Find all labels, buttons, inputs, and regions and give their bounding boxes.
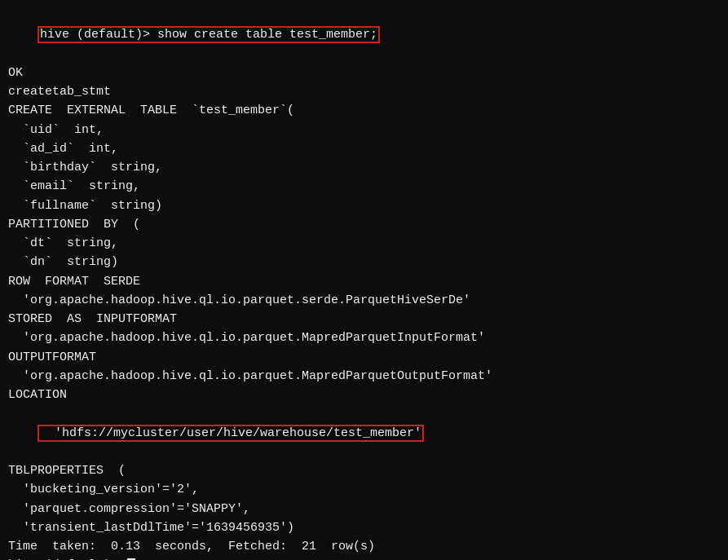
location-label-line: LOCATION [8,386,720,404]
transient-line: 'transient_lastDdlTime'='1639456935') [8,518,720,537]
outputformat-line: 'org.apache.hadoop.hive.ql.io.parquet.Ma… [8,367,720,386]
serde-line: 'org.apache.hadoop.hive.ql.io.parquet.se… [8,291,720,310]
location-highlight: 'hdfs://mycluster/user/hive/warehouse/te… [38,425,424,442]
parquet-compression-line: 'parquet.compression'='SNAPPY', [8,500,720,518]
final-prompt-text: hive (default)> [8,556,126,560]
adid-line: `ad_id` int, [8,139,720,158]
rowformat-line: ROW FORMAT SERDE [8,272,720,291]
location-value-line: 'hdfs://mycluster/user/hive/warehouse/te… [8,404,720,461]
outputformat-label-line: OUTPUTFORMAT [8,348,720,367]
terminal-window: hive (default)> show create table test_m… [0,0,728,560]
dt-line: `dt` string, [8,234,720,253]
command-line: hive (default)> show create table test_m… [8,7,720,64]
birthday-line: `birthday` string, [8,158,720,177]
create-external-line: CREATE EXTERNAL TABLE `test_member`( [8,101,720,120]
timetaken-line: Time taken: 0.13 seconds, Fetched: 21 ro… [8,537,720,556]
stored-line: STORED AS INPUTFORMAT [8,310,720,329]
fullname-line: `fullname` string) [8,196,720,215]
email-line: `email` string, [8,177,720,196]
tblproperties-line: TBLPROPERTIES ( [8,461,720,480]
ok-line: OK [8,64,720,82]
final-prompt-line: hive (default)> [8,556,720,560]
uid-line: `uid` int, [8,121,720,139]
command-highlight: hive (default)> show create table test_m… [38,26,380,43]
bucketing-line: 'bucketing_version'='2', [8,480,720,499]
inputformat-line: 'org.apache.hadoop.hive.ql.io.parquet.Ma… [8,329,720,347]
dn-line: `dn` string) [8,253,720,271]
createtab-line: createtab_stmt [8,82,720,101]
partitioned-line: PARTITIONED BY ( [8,215,720,234]
